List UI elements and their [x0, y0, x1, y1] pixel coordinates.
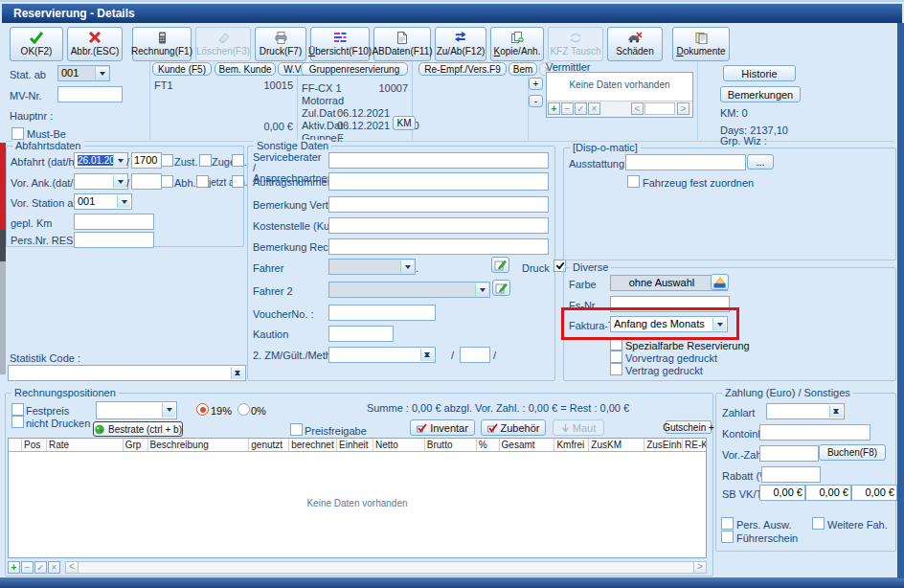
zm-month-input[interactable] [460, 347, 490, 363]
ausstattung-input[interactable] [625, 154, 746, 170]
jetzt-abh-checkbox[interactable] [232, 175, 244, 188]
vat-0-radio[interactable] [237, 403, 250, 416]
stat-ab-select[interactable]: 001 [57, 65, 110, 81]
nicht-drucken-checkbox[interactable] [11, 416, 24, 428]
mv-nr-input[interactable] [57, 86, 123, 102]
fahrer2-select[interactable] [328, 282, 490, 298]
zuab-button[interactable]: Zu/Ab(F12) [435, 27, 486, 61]
position-cancel-button[interactable]: × [48, 561, 60, 574]
fahrer-edit-button[interactable] [491, 257, 509, 273]
vor-station-select[interactable]: 001 [74, 193, 132, 210]
vermittler-next-button[interactable]: > [677, 102, 689, 115]
inventar-button[interactable]: Inventar [410, 419, 475, 436]
horizontal-scrollbar[interactable]: < > [65, 561, 707, 574]
bem-kunde-button[interactable]: Bem. Kunde [215, 62, 276, 76]
gepl-km-input[interactable] [74, 214, 154, 230]
gruppenreservierung-button[interactable]: Gruppenreservierung [301, 62, 408, 76]
bestrate-button[interactable]: Bestrate (ctrl + b) [93, 421, 183, 437]
window-titlebar[interactable]: Reservierung - Details [2, 4, 902, 23]
position-delete-button[interactable]: − [21, 561, 34, 574]
col-netto[interactable]: Netto [373, 439, 425, 451]
documents-button[interactable]: Dokumente [672, 27, 730, 61]
re-empf-button[interactable]: Re-Empf./Vers.F9 [418, 62, 507, 76]
print-button[interactable]: Druck(F7) [255, 27, 306, 61]
col-grp[interactable]: Grp [124, 439, 148, 451]
overview-button[interactable]: Übersicht(F10) [310, 27, 370, 61]
kunde-button[interactable]: Kunde (F5) [152, 62, 212, 76]
fahrer-select[interactable] [328, 259, 416, 275]
vertrag-checkbox[interactable] [610, 363, 622, 375]
vor-ank-date-select[interactable] [74, 173, 128, 190]
kaution-input[interactable] [328, 326, 394, 342]
cancel-button[interactable]: Abbr.(ESC) [67, 27, 123, 61]
sb-vk-input[interactable]: 0,00 € [759, 485, 805, 501]
damages-button[interactable]: Schäden [607, 27, 663, 61]
fahrer2-edit-button[interactable] [492, 280, 510, 296]
rate-select[interactable] [96, 401, 177, 419]
serviceberater-input[interactable] [328, 152, 549, 169]
zust-checkbox[interactable] [199, 154, 212, 167]
scroll-left-button[interactable]: < [66, 562, 79, 573]
invoice-button[interactable]: Rechnung(F1) [132, 27, 192, 61]
abh-checkbox[interactable] [196, 175, 209, 188]
bemerkungen-button[interactable]: Bemerkungen [720, 86, 801, 102]
col-gesamt[interactable]: Gesamt [500, 439, 555, 451]
vermittler-delete-row-button[interactable]: − [561, 102, 574, 115]
farbe-picker-button[interactable] [711, 274, 729, 290]
vor-ank-time-input[interactable] [131, 173, 162, 190]
vor-zahl-input[interactable] [759, 445, 819, 462]
col-beschreibung[interactable]: Beschreibung [148, 439, 250, 451]
col-rek[interactable]: RE-K [683, 439, 706, 451]
copy-attach-button[interactable]: Kopie/Anh. [490, 27, 544, 61]
auftragsnummer-input[interactable] [328, 172, 549, 191]
pers-ausw-checkbox[interactable] [721, 517, 734, 530]
ok-button[interactable]: OK(F2) [10, 27, 63, 61]
zugest-checkbox[interactable] [232, 154, 244, 167]
sb-tk-input[interactable]: 0,00 € [805, 485, 851, 501]
abdata-button[interactable]: ABDaten(F11) [373, 27, 431, 61]
vermittler-prev-button[interactable]: < [631, 102, 644, 115]
col-einheit[interactable]: Einheit [337, 439, 373, 451]
kontoinh-input[interactable] [759, 424, 870, 441]
ausstattung-more-button[interactable]: ... [747, 154, 774, 170]
buchen-button[interactable]: Buchen(F8) [819, 444, 886, 461]
zahlart-select[interactable] [766, 403, 845, 419]
abfahrt-time-input[interactable]: 1700 [131, 152, 162, 169]
voucher-input[interactable] [328, 305, 436, 321]
col-berechnet[interactable]: berechnet [289, 439, 337, 451]
abfahrt-checkbox[interactable] [161, 154, 173, 167]
position-confirm-button[interactable]: ✓ [34, 561, 47, 574]
fahrzeug-fest-checkbox[interactable] [627, 175, 640, 188]
kostenstelle-input[interactable] [328, 217, 549, 234]
col-pos[interactable]: Pos [22, 439, 47, 451]
vermittler-add-button[interactable]: + [529, 78, 543, 90]
statistik-code-input[interactable] [8, 365, 246, 381]
km-button[interactable]: KM [393, 116, 416, 130]
fuehrerschein-checkbox[interactable] [721, 531, 734, 543]
col-genutzt[interactable]: genutzt [249, 439, 289, 451]
col-zuskm[interactable]: ZusKM [589, 439, 644, 451]
festpreis-checkbox[interactable] [11, 403, 24, 416]
vermittler-page-input[interactable] [644, 102, 675, 115]
statistik-spinner[interactable] [231, 367, 244, 379]
rabatt-input[interactable] [761, 466, 821, 483]
vor-ank-checkbox[interactable] [161, 175, 173, 188]
vermittler-cancel-button[interactable]: × [588, 102, 600, 115]
vat-19-radio[interactable] [196, 403, 209, 416]
zm-spinner[interactable] [420, 349, 434, 361]
historie-button[interactable]: Historie [723, 65, 796, 81]
faktura-tag-select[interactable]: Anfang des Monats [610, 316, 728, 332]
zm-input[interactable] [328, 347, 436, 363]
vermittler-remove-button[interactable]: - [529, 95, 543, 107]
vermittler-add-row-button[interactable]: + [548, 102, 560, 115]
sb-third-input[interactable]: 0,00 € [851, 485, 897, 501]
col-selector[interactable] [9, 439, 22, 451]
gutschein-button[interactable]: Gutschein + [666, 420, 712, 434]
col-brutto[interactable]: Brutto [425, 439, 477, 451]
bem-vertrag-input[interactable] [328, 196, 549, 213]
must-be-checkbox[interactable] [11, 127, 24, 140]
weitere-fah-checkbox[interactable] [812, 517, 825, 530]
abfahrt-date-select[interactable]: 26.01.2023 [74, 152, 128, 169]
col-rate[interactable]: Rate [47, 439, 124, 451]
zahlart-spinner[interactable] [829, 405, 843, 418]
